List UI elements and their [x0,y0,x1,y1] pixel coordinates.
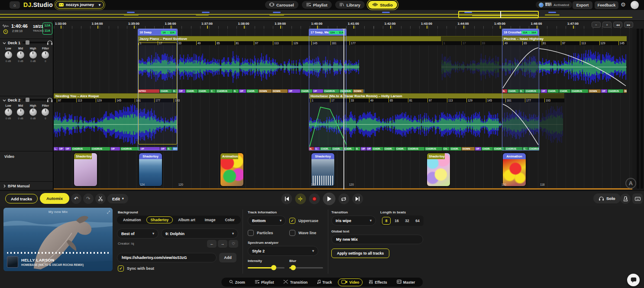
section-chorus[interactable]: CHORUS [120,147,139,151]
feedback-button[interactable]: Feedback [595,1,618,9]
undo-button[interactable]: ↶ [71,193,81,204]
shader-select[interactable]: 9: Dolphin▾ [161,229,238,239]
background-tab-shadertoy[interactable]: Shadertoy [146,216,173,223]
background-tab-image[interactable]: Image [201,216,220,223]
transition-clip-header[interactable]: 16 Swap1A → 12A [138,29,178,36]
transition-region[interactable] [309,29,346,151]
spectrum-style-select[interactable]: Style 2▾ [248,246,318,256]
video-clip-animation[interactable]: Animation [220,153,244,187]
apply-settings-button[interactable]: Apply settings to all tracks [331,249,389,258]
export-button[interactable]: Export [573,1,592,9]
deck1-low-knob[interactable] [5,51,12,59]
section-ch[interactable]: CH. [443,147,450,151]
vertical-scrollbar[interactable] [641,22,643,189]
section-chorus[interactable]: CHORUS [571,89,588,93]
beats-option-8[interactable]: 8 [382,217,391,225]
intensity-slider[interactable] [248,267,285,268]
nav-studio[interactable]: Studio [368,1,397,9]
background-tab-color[interactable]: Color [220,216,239,223]
zoom-in-button[interactable]: + [602,22,612,28]
wave-line-checkbox[interactable] [289,230,295,236]
section-chorus[interactable]: CHORUS [71,147,91,151]
section-c[interactable]: C. [210,89,216,93]
section-chor[interactable]: CHOR. [246,89,258,93]
deck2-header[interactable]: Deck 2 [3,98,20,102]
section-up[interactable]: UP [361,147,366,151]
video-clip-animation[interactable]: Animation [502,153,526,187]
bpm-manual-toggle[interactable]: BPM Manual [3,184,30,188]
edit-menu-button[interactable]: Edit▾ [107,194,128,203]
section-down[interactable]: DOWN [589,89,601,93]
text-position-select[interactable]: Bottom▾ [248,216,286,226]
section-chor[interactable]: CHOR. [384,147,395,151]
section-chorus[interactable]: CHORUS [216,89,233,93]
prev-shader-button[interactable]: ← [207,240,217,248]
favorite-shader-button[interactable]: ♡ [229,240,238,248]
minimap-viewport[interactable] [458,11,539,18]
section-down[interactable]: DOWN [353,89,363,93]
deck1-headphones-icon[interactable] [47,40,53,45]
follow-playhead-button[interactable] [295,193,306,204]
deck1-waveform[interactable] [539,45,627,89]
nav-library[interactable]: Library [335,1,365,9]
global-text-input[interactable] [331,235,423,244]
section-up[interactable]: UP [239,89,246,93]
cut-button[interactable] [95,193,106,204]
transition-clip-header[interactable]: 17 Swap, Manual12A → 11A [309,29,346,36]
deck1-waveform[interactable] [441,45,502,89]
deck2-mid-knob[interactable] [17,108,24,116]
record-button[interactable] [309,193,320,204]
transition-clip-header[interactable]: 18 Crossfade11A → 10A [502,29,539,36]
beats-option-64[interactable]: 64 [413,217,422,225]
project-select[interactable]: nozzys journey ▾ [55,1,104,9]
timeline-minimap[interactable] [0,10,644,21]
deck2-low-knob[interactable] [5,108,12,116]
video-clip-shadertoy[interactable]: Shadertoy [427,153,450,187]
panel-tab-track[interactable]: Track [314,278,335,286]
beats-option-32[interactable]: 32 [403,217,411,225]
deck1-volume-slider[interactable] [23,40,48,45]
panel-tab-transition[interactable]: Transition [280,278,311,286]
deck1-track-title[interactable] [441,36,502,41]
section-chor[interactable]: CHOR. [482,147,493,151]
skip-end-button[interactable] [352,193,363,204]
transition-type-select[interactable]: Iris wipe▾ [331,216,376,226]
orange-scroll-indicator[interactable] [54,188,632,190]
deck1-high-knob[interactable] [29,51,37,59]
section-chor[interactable]: CHOR. [372,147,383,151]
automix-button[interactable]: Automix [40,193,69,204]
section-down[interactable]: DOWN [272,89,288,93]
panel-tab-zoom[interactable]: Zoom [226,278,249,286]
deck1-filter-knob[interactable] [42,51,49,59]
background-tab-animation[interactable]: Animation [119,216,146,223]
shader-url-input[interactable] [117,253,217,262]
section-down[interactable]: DOWN [259,89,272,93]
skip-start-button[interactable] [281,193,292,204]
section-chor[interactable]: CHOR. [186,89,197,93]
panel-tab-master[interactable]: Master [393,278,418,286]
deck1-track-title[interactable]: Jazzy Piano – Pavel Svetlove [138,36,441,41]
blur-slider[interactable] [289,267,323,268]
solo-button[interactable]: Solo [593,193,621,203]
redo-button[interactable]: ↷ [83,193,94,204]
deck1-mid-knob[interactable] [17,51,24,59]
section-up[interactable]: UP [366,147,372,151]
section-chorus[interactable]: CHORUS [91,147,110,151]
section-chor[interactable]: CHOR. [450,147,461,151]
loop-button[interactable] [338,193,349,204]
add-shader-button[interactable]: Add [219,253,236,262]
video-clip-shadertoy[interactable]: Shadertoy [74,153,97,187]
section-up[interactable]: UP [110,147,120,151]
section-up[interactable]: UP [58,147,65,151]
timeline-ruler[interactable]: − + ◂◂ ▸▸ 1:33:001:34:001:35:001:36:001:… [0,21,644,29]
uppercase-checkbox[interactable]: ✓ [289,218,295,224]
section-up[interactable]: UP [475,147,481,151]
deck2-headphones-icon[interactable] [47,97,53,102]
expand-icon[interactable]: ⤢ [107,210,110,215]
jump-back-icon[interactable]: ◂◂ [613,22,622,28]
video-clip-shadertoy[interactable]: Shadertoy [311,153,335,187]
metronome-button[interactable] [620,193,631,204]
section-d[interactable]: D. [233,89,239,93]
sync-with-beat-checkbox[interactable]: ✓ [118,265,124,272]
particles-checkbox[interactable] [248,230,254,236]
